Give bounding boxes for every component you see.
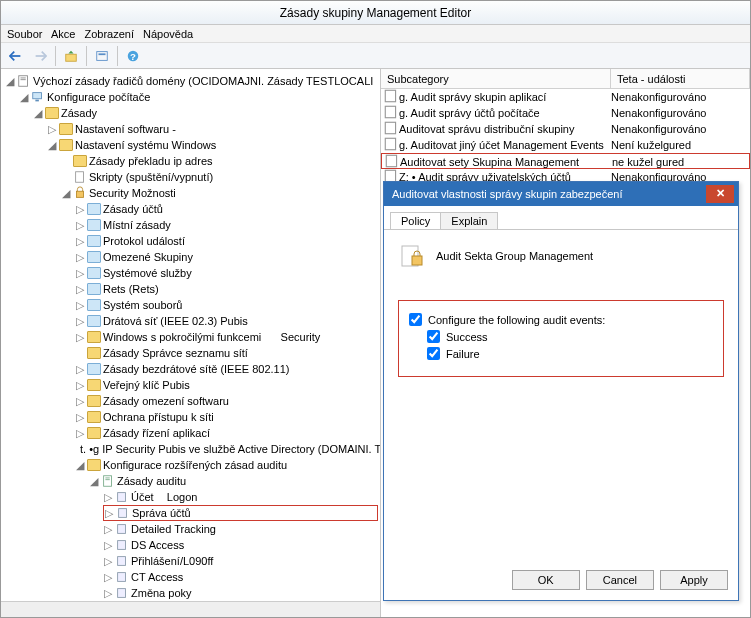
list-row[interactable]: g. Auditovat jiný účet Management Events… <box>381 137 750 153</box>
success-label: Success <box>446 331 488 343</box>
list-header: Subcategory Teta - události <box>381 69 750 89</box>
tree-scripts[interactable]: Skripty (spuštění/vypnutí) <box>61 169 378 185</box>
column-subcategory[interactable]: Subcategory <box>381 69 611 88</box>
category-icon <box>116 506 130 520</box>
tree-security-settings[interactable]: ◢Security Možnosti <box>61 185 378 201</box>
svg-rect-6 <box>21 78 26 79</box>
help-button[interactable]: ? <box>122 45 144 67</box>
folder-icon <box>87 203 101 215</box>
folder-icon <box>87 411 101 423</box>
svg-rect-35 <box>412 256 422 265</box>
list-row-selected[interactable]: Auditovat sety Skupina Managementne kuže… <box>381 153 750 169</box>
tree-wireless-network[interactable]: ▷Zásady bezdrátové sítě (IEEE 802.11) <box>75 361 378 377</box>
dialog-heading: Audit Sekta Group Management <box>436 250 593 262</box>
tree-advanced-audit[interactable]: ◢Konfigurace rozšířených zásad auditu <box>75 457 378 473</box>
dialog-titlebar[interactable]: Auditovat vlastnosti správy skupin zabez… <box>384 182 738 206</box>
folder-icon <box>87 331 101 343</box>
tree-object-access[interactable]: ▷CT Access <box>103 569 378 585</box>
tree-registry[interactable]: ▷Rets (Rets) <box>75 281 378 297</box>
tree-account-policies[interactable]: ▷Zásady účtů <box>75 201 378 217</box>
category-icon <box>115 586 129 600</box>
close-button[interactable]: ✕ <box>706 185 734 203</box>
menu-action[interactable]: Akce <box>51 28 75 40</box>
menu-bar: Soubor Akce Zobrazení Nápověda <box>1 25 750 43</box>
tree-software-settings[interactable]: ▷Nastavení softwaru - <box>47 121 378 137</box>
tree-local-policies[interactable]: ▷Místní zásady <box>75 217 378 233</box>
cancel-button[interactable]: Cancel <box>586 570 654 590</box>
folder-icon <box>87 427 101 439</box>
policy-tree[interactable]: ◢Výchozí zásady řadičů domény (OCIDOMAJN… <box>1 69 380 601</box>
folder-icon <box>73 155 87 167</box>
tree-netlist-manager[interactable]: Zásady Správce seznamu sítí <box>75 345 378 361</box>
tree-ip-security[interactable]: t. •g IP Security Pubis ve službě Active… <box>75 441 378 457</box>
tree-event-log[interactable]: ▷Protokol událostí <box>75 233 378 249</box>
failure-checkbox[interactable] <box>427 347 440 360</box>
apply-button[interactable]: Apply <box>660 570 728 590</box>
policy-item-icon <box>383 105 399 119</box>
list-row[interactable]: Auditovat správu distribuční skupinyNena… <box>381 121 750 137</box>
tab-policy[interactable]: Policy <box>390 212 441 229</box>
failure-checkbox-row[interactable]: Failure <box>427 347 713 360</box>
tree-root[interactable]: ◢Výchozí zásady řadičů domény (OCIDOMAJN… <box>5 73 378 89</box>
tree-restricted-groups[interactable]: ▷Omezené Skupiny <box>75 249 378 265</box>
svg-rect-11 <box>77 191 84 197</box>
tree-policies[interactable]: ◢Zásady <box>33 105 378 121</box>
svg-rect-10 <box>76 172 84 183</box>
tab-explain[interactable]: Explain <box>440 212 498 229</box>
configure-label: Configure the following audit events: <box>428 314 605 326</box>
tree-system-services[interactable]: ▷Systémové služby <box>75 265 378 281</box>
tree-policy-change[interactable]: ▷Změna poky <box>103 585 378 601</box>
svg-rect-19 <box>118 557 126 566</box>
svg-rect-14 <box>105 479 109 480</box>
tree-ds-access[interactable]: ▷DS Access <box>103 537 378 553</box>
folder-icon <box>87 395 101 407</box>
svg-rect-17 <box>118 525 126 534</box>
list-row[interactable]: g. Audit správy skupin aplikacíNenakonfi… <box>381 89 750 105</box>
tree-detailed-tracking[interactable]: ▷Detailed Tracking <box>103 521 378 537</box>
back-button[interactable] <box>5 45 27 67</box>
tree-account-logon[interactable]: ▷Účet Logon <box>103 489 378 505</box>
refresh-button[interactable] <box>91 45 113 67</box>
window-title: Zásady skupiny Management Editor <box>1 1 750 25</box>
folder-icon <box>59 123 73 135</box>
menu-help[interactable]: Nápověda <box>143 28 193 40</box>
column-events[interactable]: Teta - události <box>611 69 750 88</box>
list-row[interactable]: g. Audit správy účtů počítačeNenakonfigu… <box>381 105 750 121</box>
tree-wired-network[interactable]: ▷Drátová síť (IEEE 02.3) Pubis <box>75 313 378 329</box>
tree-windows-settings[interactable]: ◢Nastavení systému Windows <box>47 137 378 153</box>
svg-rect-7 <box>21 79 26 80</box>
menu-file[interactable]: Soubor <box>7 28 42 40</box>
menu-view[interactable]: Zobrazení <box>84 28 134 40</box>
properties-dialog: Auditovat vlastnosti správy skupin zabez… <box>383 181 739 601</box>
tree-software-restriction[interactable]: ▷Zásady omezení softwaru <box>75 393 378 409</box>
success-checkbox[interactable] <box>427 330 440 343</box>
folder-icon <box>59 139 73 151</box>
ok-button[interactable]: OK <box>512 570 580 590</box>
tree-app-control[interactable]: ▷Zásady řízení aplikací <box>75 425 378 441</box>
svg-rect-29 <box>385 106 395 117</box>
policy-item-icon <box>383 137 399 151</box>
tree-audit-policies[interactable]: ◢Zásady auditu <box>89 473 378 489</box>
svg-rect-33 <box>385 170 395 181</box>
configure-fieldset: Configure the following audit events: Su… <box>398 300 724 377</box>
tree-public-key[interactable]: ▷Veřejný klíč Pubis <box>75 377 378 393</box>
configure-checkbox[interactable] <box>409 313 422 326</box>
svg-rect-0 <box>66 54 77 61</box>
horizontal-scrollbar[interactable] <box>1 601 380 617</box>
configure-checkbox-row[interactable]: Configure the following audit events: <box>409 313 713 326</box>
tree-logon-logoff[interactable]: ▷Přihlášení/L090ff <box>103 553 378 569</box>
forward-button[interactable] <box>29 45 51 67</box>
folder-icon <box>87 299 101 311</box>
tree-name-resolution[interactable]: Zásady překladu ip adres <box>61 153 378 169</box>
svg-rect-5 <box>19 76 28 87</box>
list-body: g. Audit správy skupin aplikacíNenakonfi… <box>381 89 750 185</box>
tree-file-system[interactable]: ▷Systém souborů <box>75 297 378 313</box>
tree-nap[interactable]: ▷Ochrana přístupu k síti <box>75 409 378 425</box>
up-button[interactable] <box>60 45 82 67</box>
tree-account-mgmt[interactable]: ▷Správa účtů <box>103 505 378 521</box>
svg-rect-15 <box>118 493 126 502</box>
success-checkbox-row[interactable]: Success <box>427 330 713 343</box>
tree-computer-config[interactable]: ◢Konfigurace počítače <box>19 89 378 105</box>
svg-rect-12 <box>104 476 112 487</box>
tree-waf[interactable]: ▷Windows s pokročilými funkcemi Security <box>75 329 378 345</box>
